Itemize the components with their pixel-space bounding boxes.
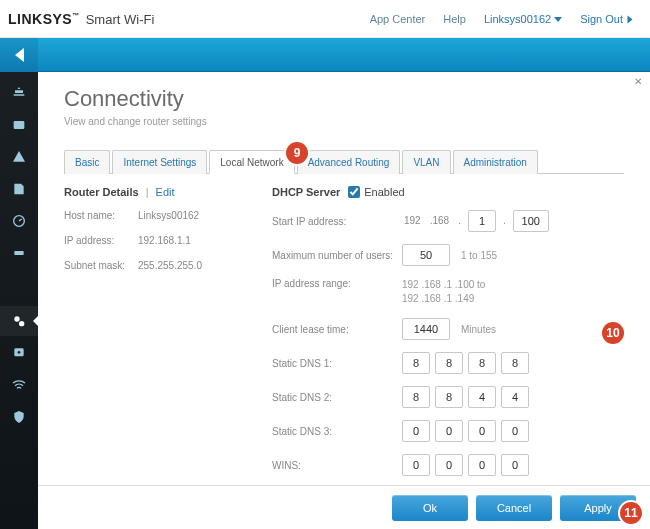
- dns2-oct3[interactable]: [468, 386, 496, 408]
- dhcp-section: DHCP Server Enabled Start IP address: 19…: [272, 186, 624, 514]
- device-dropdown[interactable]: Linksys00162: [484, 13, 562, 25]
- router-details-heading: Router Details | Edit: [64, 186, 254, 198]
- hostname-value: Linksys00162: [138, 210, 199, 221]
- svg-point-6: [18, 351, 21, 354]
- top-links: App Center Help Linksys00162 Sign Out: [370, 13, 642, 25]
- side-rail: [0, 72, 38, 529]
- cancel-button[interactable]: Cancel: [476, 495, 552, 521]
- top-bar: LINKSYS™ Smart Wi-Fi App Center Help Lin…: [0, 0, 650, 38]
- tab-advanced-routing[interactable]: Advanced Routing: [297, 150, 401, 174]
- subnet-label: Subnet mask:: [64, 260, 138, 271]
- dns1-oct3[interactable]: [468, 352, 496, 374]
- subnet-value: 255.255.255.0: [138, 260, 202, 271]
- dns3-oct1[interactable]: [402, 420, 430, 442]
- rail-item-wireless[interactable]: [0, 370, 38, 400]
- wins-oct4[interactable]: [501, 454, 529, 476]
- wins-oct3[interactable]: [468, 454, 496, 476]
- brand-subtitle: Smart Wi-Fi: [86, 12, 155, 27]
- wins-label: WINS:: [272, 460, 402, 471]
- max-users-hint: 1 to 155: [461, 250, 497, 261]
- svg-point-3: [14, 316, 19, 321]
- content-area: Router Details | Edit Host name:Linksys0…: [64, 186, 624, 514]
- tab-bar: Basic Internet Settings Local Network Ad…: [64, 149, 624, 174]
- sign-out-link[interactable]: Sign Out: [580, 13, 634, 25]
- max-users-label: Maximum number of users:: [272, 250, 402, 261]
- close-icon[interactable]: ✕: [634, 76, 642, 87]
- dns3-oct3[interactable]: [468, 420, 496, 442]
- callout-9: 9: [286, 142, 308, 164]
- ip-range-line1: 192 .168 .1 .100 to: [402, 278, 624, 292]
- back-button[interactable]: [0, 38, 38, 72]
- rail-item-guest-access[interactable]: [0, 110, 38, 140]
- wins-oct1[interactable]: [402, 454, 430, 476]
- start-ip-oct3-input[interactable]: [468, 210, 496, 232]
- rail-item-media[interactable]: [0, 174, 38, 204]
- tab-local-network[interactable]: Local Network: [209, 150, 294, 174]
- router-details-section: Router Details | Edit Host name:Linksys0…: [64, 186, 254, 514]
- start-ip-prefix2: .168: [428, 210, 451, 232]
- edit-link[interactable]: Edit: [156, 186, 175, 198]
- ok-button[interactable]: Ok: [392, 495, 468, 521]
- dns3-oct2[interactable]: [435, 420, 463, 442]
- dns2-oct2[interactable]: [435, 386, 463, 408]
- tab-administration[interactable]: Administration: [453, 150, 538, 174]
- callout-11: 11: [620, 502, 642, 524]
- dns1-oct1[interactable]: [402, 352, 430, 374]
- rail-item-usb[interactable]: [0, 238, 38, 268]
- svg-point-4: [19, 321, 24, 326]
- ipaddress-label: IP address:: [64, 235, 138, 246]
- main-panel: ✕ Connectivity View and change router se…: [38, 72, 650, 529]
- rail-item-parental[interactable]: [0, 142, 38, 172]
- start-ip-prefix1: 192: [402, 210, 423, 232]
- lease-unit: Minutes: [461, 324, 496, 335]
- dns1-label: Static DNS 1:: [272, 358, 402, 369]
- start-ip-label: Start IP address:: [272, 216, 402, 227]
- blue-banner: [0, 38, 650, 72]
- lease-label: Client lease time:: [272, 324, 402, 335]
- callout-10: 10: [602, 322, 624, 344]
- brand: LINKSYS™ Smart Wi-Fi: [8, 11, 154, 27]
- chevron-left-icon: [15, 48, 24, 62]
- start-ip-oct4-input[interactable]: [513, 210, 549, 232]
- svg-rect-0: [14, 121, 25, 129]
- lease-input[interactable]: [402, 318, 450, 340]
- rail-item-device-list[interactable]: [0, 78, 38, 108]
- rail-item-connectivity[interactable]: [0, 306, 38, 336]
- wins-oct2[interactable]: [435, 454, 463, 476]
- dns2-oct1[interactable]: [402, 386, 430, 408]
- rail-item-troubleshooting[interactable]: [0, 338, 38, 368]
- chevron-right-icon: [628, 16, 633, 24]
- dns2-oct4[interactable]: [501, 386, 529, 408]
- dns3-label: Static DNS 3:: [272, 426, 402, 437]
- page-subtitle: View and change router settings: [64, 116, 624, 127]
- ip-range-line2: 192 .168 .1 .149: [402, 292, 624, 306]
- app-window: LINKSYS™ Smart Wi-Fi App Center Help Lin…: [0, 0, 650, 529]
- rail-item-speed-test[interactable]: [0, 206, 38, 236]
- rail-item-security[interactable]: [0, 402, 38, 432]
- page-title: Connectivity: [64, 86, 624, 112]
- dhcp-enabled-label: Enabled: [364, 186, 404, 198]
- tab-basic[interactable]: Basic: [64, 150, 110, 174]
- svg-rect-2: [14, 251, 23, 255]
- tab-vlan[interactable]: VLAN: [402, 150, 450, 174]
- tab-internet-settings[interactable]: Internet Settings: [112, 150, 207, 174]
- app-center-link[interactable]: App Center: [370, 13, 426, 25]
- dns2-label: Static DNS 2:: [272, 392, 402, 403]
- chevron-down-icon: [554, 17, 562, 22]
- ipaddress-value: 192.168.1.1: [138, 235, 191, 246]
- dhcp-heading: DHCP Server Enabled: [272, 186, 624, 198]
- dns3-oct4[interactable]: [501, 420, 529, 442]
- dns1-oct2[interactable]: [435, 352, 463, 374]
- ip-range-label: IP address range:: [272, 278, 402, 289]
- footer-bar: Ok Cancel Apply: [38, 485, 650, 529]
- dns1-oct4[interactable]: [501, 352, 529, 374]
- max-users-input[interactable]: [402, 244, 450, 266]
- help-link[interactable]: Help: [443, 13, 466, 25]
- hostname-label: Host name:: [64, 210, 138, 221]
- brand-logo: LINKSYS™: [8, 11, 80, 27]
- dhcp-enabled-checkbox[interactable]: [348, 186, 360, 198]
